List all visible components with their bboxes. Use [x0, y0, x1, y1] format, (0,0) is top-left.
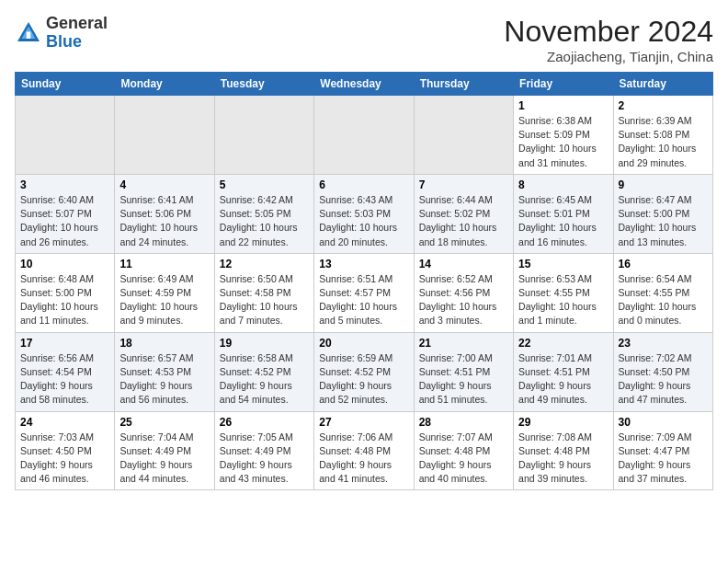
logo-icon	[15, 19, 42, 47]
day-info: Sunrise: 6:56 AM Sunset: 4:54 PM Dayligh…	[20, 351, 109, 408]
calendar-cell: 20Sunrise: 6:59 AM Sunset: 4:52 PM Dayli…	[314, 332, 414, 411]
calendar-cell: 6Sunrise: 6:43 AM Sunset: 5:03 PM Daylig…	[314, 174, 414, 253]
page-header: General Blue November 2024 Zaojiacheng, …	[15, 15, 713, 64]
day-info: Sunrise: 6:51 AM Sunset: 4:57 PM Dayligh…	[319, 272, 408, 328]
day-info: Sunrise: 6:49 AM Sunset: 4:59 PM Dayligh…	[119, 272, 209, 328]
day-number: 10	[20, 258, 109, 270]
day-info: Sunrise: 7:05 AM Sunset: 4:49 PM Dayligh…	[220, 431, 309, 487]
day-number: 17	[20, 337, 109, 350]
calendar-cell: 29Sunrise: 7:08 AM Sunset: 4:48 PM Dayli…	[514, 411, 613, 490]
location-subtitle: Zaojiacheng, Tianjin, China	[504, 49, 713, 64]
logo-general-text: General	[46, 15, 108, 33]
calendar-week-5: 24Sunrise: 7:03 AM Sunset: 4:50 PM Dayli…	[16, 411, 713, 490]
day-info: Sunrise: 6:54 AM Sunset: 4:55 PM Dayligh…	[619, 272, 708, 328]
day-number: 15	[518, 258, 608, 270]
calendar-cell: 7Sunrise: 6:44 AM Sunset: 5:02 PM Daylig…	[414, 174, 513, 253]
day-info: Sunrise: 6:45 AM Sunset: 5:01 PM Dayligh…	[518, 193, 608, 249]
day-number: 1	[518, 99, 608, 112]
day-info: Sunrise: 6:42 AM Sunset: 5:05 PM Dayligh…	[220, 193, 309, 249]
weekday-header-saturday: Saturday	[613, 73, 712, 96]
day-info: Sunrise: 7:06 AM Sunset: 4:48 PM Dayligh…	[319, 431, 408, 487]
calendar-table: SundayMondayTuesdayWednesdayThursdayFrid…	[15, 72, 713, 490]
day-info: Sunrise: 7:07 AM Sunset: 4:48 PM Dayligh…	[419, 431, 508, 487]
calendar-cell	[314, 96, 414, 175]
calendar-cell: 8Sunrise: 6:45 AM Sunset: 5:01 PM Daylig…	[514, 174, 613, 253]
calendar-week-1: 1Sunrise: 6:38 AM Sunset: 5:09 PM Daylig…	[16, 96, 713, 175]
day-number: 25	[119, 416, 209, 429]
day-info: Sunrise: 6:40 AM Sunset: 5:07 PM Dayligh…	[20, 193, 109, 249]
day-number: 9	[619, 178, 708, 191]
calendar-cell: 2Sunrise: 6:39 AM Sunset: 5:08 PM Daylig…	[613, 96, 712, 175]
day-number: 29	[518, 416, 608, 429]
day-info: Sunrise: 6:59 AM Sunset: 4:52 PM Dayligh…	[319, 351, 408, 408]
day-number: 16	[619, 258, 708, 270]
day-number: 14	[419, 258, 508, 270]
day-info: Sunrise: 7:03 AM Sunset: 4:50 PM Dayligh…	[20, 431, 109, 487]
day-info: Sunrise: 6:44 AM Sunset: 5:02 PM Dayligh…	[419, 193, 508, 249]
day-info: Sunrise: 6:58 AM Sunset: 4:52 PM Dayligh…	[220, 351, 309, 408]
title-block: November 2024 Zaojiacheng, Tianjin, Chin…	[504, 15, 713, 64]
weekday-header-monday: Monday	[115, 73, 214, 96]
calendar-cell	[214, 96, 313, 175]
calendar-week-2: 3Sunrise: 6:40 AM Sunset: 5:07 PM Daylig…	[16, 174, 713, 253]
day-info: Sunrise: 6:48 AM Sunset: 5:00 PM Dayligh…	[20, 272, 109, 328]
calendar-cell: 16Sunrise: 6:54 AM Sunset: 4:55 PM Dayli…	[613, 253, 712, 332]
weekday-header-wednesday: Wednesday	[314, 73, 414, 96]
month-title: November 2024	[504, 15, 713, 49]
calendar-cell: 24Sunrise: 7:03 AM Sunset: 4:50 PM Dayli…	[16, 411, 115, 490]
day-info: Sunrise: 6:43 AM Sunset: 5:03 PM Dayligh…	[319, 193, 408, 249]
calendar-cell: 21Sunrise: 7:00 AM Sunset: 4:51 PM Dayli…	[414, 332, 513, 411]
calendar-cell: 15Sunrise: 6:53 AM Sunset: 4:55 PM Dayli…	[514, 253, 613, 332]
calendar-cell: 26Sunrise: 7:05 AM Sunset: 4:49 PM Dayli…	[214, 411, 313, 490]
day-info: Sunrise: 6:50 AM Sunset: 4:58 PM Dayligh…	[220, 272, 309, 328]
day-info: Sunrise: 7:04 AM Sunset: 4:49 PM Dayligh…	[119, 431, 209, 487]
calendar-week-4: 17Sunrise: 6:56 AM Sunset: 4:54 PM Dayli…	[16, 332, 713, 411]
day-number: 12	[220, 258, 309, 270]
day-info: Sunrise: 6:38 AM Sunset: 5:09 PM Dayligh…	[518, 114, 608, 170]
calendar-cell	[16, 96, 115, 175]
calendar-cell: 9Sunrise: 6:47 AM Sunset: 5:00 PM Daylig…	[613, 174, 712, 253]
day-info: Sunrise: 6:52 AM Sunset: 4:56 PM Dayligh…	[419, 272, 508, 328]
calendar-cell: 3Sunrise: 6:40 AM Sunset: 5:07 PM Daylig…	[16, 174, 115, 253]
day-number: 23	[619, 337, 708, 350]
weekday-header-friday: Friday	[514, 73, 613, 96]
day-number: 24	[20, 416, 109, 429]
day-number: 3	[20, 178, 109, 191]
calendar-cell: 30Sunrise: 7:09 AM Sunset: 4:47 PM Dayli…	[613, 411, 712, 490]
calendar-cell: 18Sunrise: 6:57 AM Sunset: 4:53 PM Dayli…	[115, 332, 214, 411]
svg-rect-2	[27, 31, 31, 39]
day-info: Sunrise: 7:02 AM Sunset: 4:50 PM Dayligh…	[619, 351, 708, 408]
calendar-cell: 17Sunrise: 6:56 AM Sunset: 4:54 PM Dayli…	[16, 332, 115, 411]
day-number: 22	[518, 337, 608, 350]
day-number: 20	[319, 337, 408, 350]
logo-blue-text: Blue	[46, 33, 108, 52]
weekday-header-sunday: Sunday	[16, 73, 115, 96]
day-info: Sunrise: 7:08 AM Sunset: 4:48 PM Dayligh…	[518, 431, 608, 487]
weekday-header-thursday: Thursday	[414, 73, 513, 96]
calendar-cell: 25Sunrise: 7:04 AM Sunset: 4:49 PM Dayli…	[115, 411, 214, 490]
day-number: 30	[619, 416, 708, 429]
day-info: Sunrise: 6:47 AM Sunset: 5:00 PM Dayligh…	[619, 193, 708, 249]
calendar-cell: 1Sunrise: 6:38 AM Sunset: 5:09 PM Daylig…	[514, 96, 613, 175]
calendar-cell: 19Sunrise: 6:58 AM Sunset: 4:52 PM Dayli…	[214, 332, 313, 411]
calendar-cell: 27Sunrise: 7:06 AM Sunset: 4:48 PM Dayli…	[314, 411, 414, 490]
day-info: Sunrise: 7:01 AM Sunset: 4:51 PM Dayligh…	[518, 351, 608, 408]
calendar-cell: 22Sunrise: 7:01 AM Sunset: 4:51 PM Dayli…	[514, 332, 613, 411]
calendar-cell: 12Sunrise: 6:50 AM Sunset: 4:58 PM Dayli…	[214, 253, 313, 332]
calendar-cell: 23Sunrise: 7:02 AM Sunset: 4:50 PM Dayli…	[613, 332, 712, 411]
calendar-cell: 11Sunrise: 6:49 AM Sunset: 4:59 PM Dayli…	[115, 253, 214, 332]
day-number: 4	[119, 178, 209, 191]
calendar-cell	[115, 96, 214, 175]
logo: General Blue	[15, 15, 108, 52]
day-number: 27	[319, 416, 408, 429]
day-number: 11	[119, 258, 209, 270]
day-info: Sunrise: 6:57 AM Sunset: 4:53 PM Dayligh…	[119, 351, 209, 408]
calendar-cell: 5Sunrise: 6:42 AM Sunset: 5:05 PM Daylig…	[214, 174, 313, 253]
day-info: Sunrise: 7:00 AM Sunset: 4:51 PM Dayligh…	[419, 351, 508, 408]
calendar-cell: 4Sunrise: 6:41 AM Sunset: 5:06 PM Daylig…	[115, 174, 214, 253]
day-number: 5	[220, 178, 309, 191]
calendar-cell: 14Sunrise: 6:52 AM Sunset: 4:56 PM Dayli…	[414, 253, 513, 332]
calendar-cell: 13Sunrise: 6:51 AM Sunset: 4:57 PM Dayli…	[314, 253, 414, 332]
day-number: 13	[319, 258, 408, 270]
weekday-header-tuesday: Tuesday	[214, 73, 313, 96]
